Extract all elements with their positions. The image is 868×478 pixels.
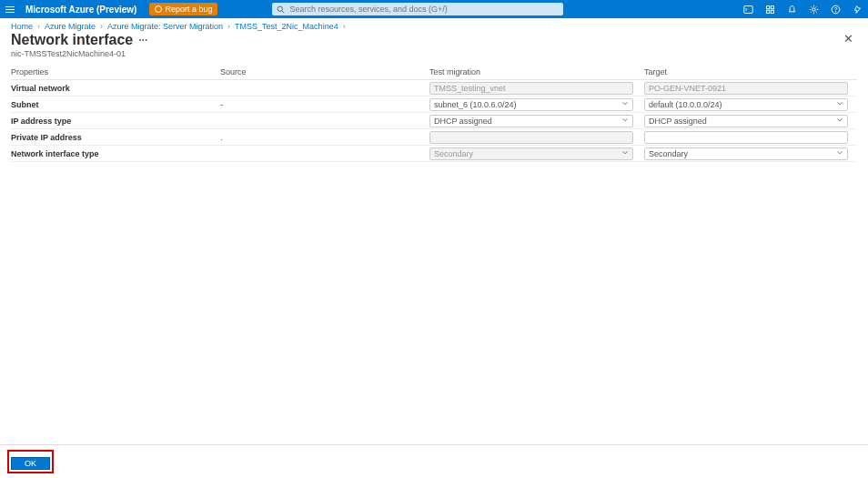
chevron-down-icon	[621, 149, 629, 158]
vnet-test-field: TMSS_testing_vnet	[429, 82, 633, 95]
directories-icon[interactable]	[764, 4, 775, 15]
footer: OK	[0, 444, 868, 478]
subnet-test-select[interactable]: subnet_6 (10.0.6.0/24)	[429, 98, 633, 111]
ntype-target-select[interactable]: Secondary	[644, 147, 848, 160]
help-icon[interactable]	[830, 4, 841, 15]
ntype-test-field: Secondary	[429, 147, 633, 160]
vnet-target-field: PO-GEN-VNET-0921	[644, 82, 848, 95]
report-bug-button[interactable]: Report a bug	[149, 3, 217, 15]
iptype-label: IP address type	[11, 117, 220, 126]
breadcrumb-server-migration[interactable]: Azure Migrate: Server Migration	[107, 22, 223, 31]
settings-icon[interactable]	[808, 4, 819, 15]
brand-label: Microsoft Azure (Preview)	[25, 5, 136, 15]
chevron-down-icon	[836, 100, 843, 109]
close-icon[interactable]: ✕	[843, 32, 857, 46]
chevron-down-icon	[621, 100, 629, 109]
more-icon[interactable]: ···	[138, 34, 147, 46]
chevron-down-icon	[836, 117, 843, 126]
breadcrumb-migrate[interactable]: Azure Migrate	[45, 22, 96, 31]
bug-icon	[155, 5, 162, 13]
breadcrumb-machine[interactable]: TMSS_Test_2Nic_Machine4	[235, 22, 338, 31]
cloud-shell-icon[interactable]	[742, 4, 753, 15]
breadcrumb: Home› Azure Migrate› Azure Migrate: Serv…	[0, 18, 868, 32]
chevron-down-icon	[836, 149, 843, 158]
pip-label: Private IP address	[11, 133, 220, 142]
search-icon	[277, 5, 285, 14]
row-private-ip: Private IP address .	[11, 129, 857, 146]
svg-rect-4	[771, 5, 773, 8]
row-interface-type: Network interface type Secondary Seconda…	[11, 146, 857, 162]
pip-target-field[interactable]	[644, 131, 848, 144]
subnet-target-select[interactable]: default (10.0.0.0/24)	[644, 98, 848, 111]
page-subtitle: nic-TMSSTest2NicMachine4-01	[11, 49, 147, 58]
search-box[interactable]	[272, 3, 563, 15]
chevron-down-icon	[621, 117, 629, 126]
svg-point-0	[278, 6, 283, 11]
topbar: Microsoft Azure (Preview) Report a bug	[0, 0, 868, 18]
search-input[interactable]	[285, 5, 559, 14]
breadcrumb-home[interactable]: Home	[11, 22, 33, 31]
pip-source: .	[220, 133, 429, 142]
ok-highlight: OK	[7, 450, 54, 473]
menu-icon[interactable]	[5, 6, 18, 13]
col-properties: Properties	[11, 67, 220, 76]
col-source: Source	[220, 67, 429, 76]
svg-rect-3	[766, 5, 769, 8]
svg-point-7	[812, 7, 814, 10]
ntype-label: Network interface type	[11, 149, 220, 158]
ok-button[interactable]: OK	[11, 457, 50, 470]
pip-test-field	[429, 131, 633, 144]
svg-rect-6	[771, 10, 773, 13]
iptype-test-select[interactable]: DHCP assigned	[429, 115, 633, 127]
col-target: Target	[644, 67, 853, 76]
svg-rect-2	[743, 5, 752, 13]
subnet-source: -	[220, 100, 429, 109]
svg-line-1	[282, 11, 284, 13]
iptype-target-select[interactable]: DHCP assigned	[644, 115, 848, 127]
row-virtual-network: Virtual network TMSS_testing_vnet PO-GEN…	[11, 80, 857, 97]
svg-rect-5	[766, 10, 769, 13]
page-title: Network interface	[11, 32, 133, 48]
row-ip-type: IP address type DHCP assigned DHCP assig…	[11, 113, 857, 129]
properties-grid: Properties Source Test migration Target …	[0, 62, 868, 162]
subnet-label: Subnet	[11, 100, 220, 109]
feedback-icon[interactable]	[852, 4, 863, 15]
bug-label: Report a bug	[165, 5, 212, 14]
page-header: Network interface ··· nic-TMSSTest2NicMa…	[0, 32, 868, 62]
row-subnet: Subnet - subnet_6 (10.0.6.0/24) default …	[11, 97, 857, 113]
vnet-label: Virtual network	[11, 84, 220, 93]
col-test: Test migration	[429, 67, 639, 76]
notifications-icon[interactable]	[786, 4, 797, 15]
